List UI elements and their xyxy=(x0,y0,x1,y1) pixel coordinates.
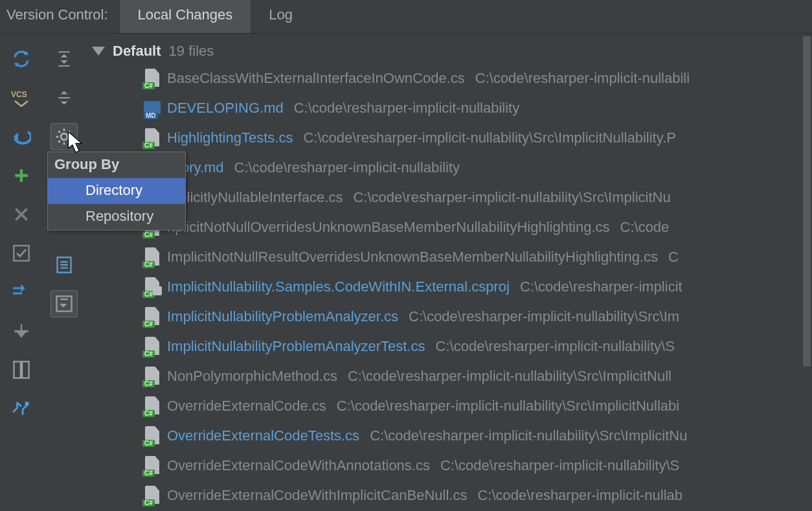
csharp-file-icon: C# xyxy=(144,396,161,416)
version-control-tabs: Version Control: Local Changes Log xyxy=(0,0,812,34)
markdown-file-icon: MD xyxy=(144,98,161,118)
svg-point-5 xyxy=(61,133,67,140)
file-name: OverrideExternalCodeTests.cs xyxy=(167,427,359,444)
file-row[interactable]: C#ImplicitNullability.Samples.CodeWithIN… xyxy=(85,272,812,302)
preview-diff-icon[interactable] xyxy=(51,290,78,317)
csharp-file-icon: C# xyxy=(144,367,161,386)
file-path: C:\code\resharper-implicit-nullability xyxy=(234,159,460,176)
svg-rect-2 xyxy=(14,361,20,378)
file-name: NonPolymorphicMethod.cs xyxy=(167,368,337,385)
popup-item-directory[interactable]: Directory xyxy=(48,178,185,204)
diff-icon[interactable] xyxy=(8,356,35,383)
file-path: C:\code\resharper-implicit-nullability\S… xyxy=(353,189,670,206)
shelve-icon[interactable] xyxy=(8,317,35,345)
file-path: C:\code\resharper-implicit-nullability\S xyxy=(436,338,675,355)
collapse-all-icon[interactable] xyxy=(51,84,78,111)
delete-icon[interactable] xyxy=(8,201,35,228)
toggle-checkbox-icon[interactable] xyxy=(8,240,35,267)
changelist-file-count: 19 files xyxy=(169,43,214,60)
changelist-header[interactable]: Default 19 files xyxy=(85,43,812,60)
file-path: C:\code\resharper-implicit-nullability xyxy=(294,100,519,117)
tab-local-changes[interactable]: Local Changes xyxy=(120,0,251,33)
svg-point-4 xyxy=(25,402,28,405)
vcs-commit-icon[interactable]: VCS xyxy=(8,84,35,111)
file-row[interactable]: MDDEVELOPING.mdC:\code\resharper-implici… xyxy=(85,93,812,123)
file-name: ImplicitNullabilityProblemAnalyzerTest.c… xyxy=(167,338,425,355)
group-by-popup: Group By Directory Repository xyxy=(47,152,186,231)
file-row[interactable]: C#HighlightingTests.csC:\code\resharper-… xyxy=(85,123,812,153)
file-path: C:\code\resharper-implicit-nullabili xyxy=(475,70,690,87)
csharp-file-icon: C# xyxy=(144,247,161,267)
main-area: VCS xyxy=(0,34,812,511)
popup-item-repository[interactable]: Repository xyxy=(48,204,185,230)
file-row[interactable]: C#ImplicitNullabilityProblemAnalyzer.csC… xyxy=(85,302,812,332)
rollback-icon[interactable] xyxy=(8,123,35,150)
file-row[interactable]: C#mplicitlyNullableInterface.csC:\code\r… xyxy=(85,183,812,212)
file-path: C:\code\resharper-implicit-nullability\S… xyxy=(370,427,687,444)
changelist-tree[interactable]: Default 19 files C#BaseClassWithExternal… xyxy=(85,34,812,511)
file-name: OverrideExternalCodeWithImplicitCanBeNul… xyxy=(167,487,467,504)
file-row[interactable]: C#BaseClassWithExternalInterfaceInOwnCod… xyxy=(85,63,812,93)
move-to-changelist-icon[interactable] xyxy=(8,278,35,306)
file-name: ImplicitNullabilityProblemAnalyzer.cs xyxy=(167,308,398,325)
file-row[interactable]: C#ImplicitNullabilityProblemAnalyzerTest… xyxy=(85,332,812,361)
refresh-icon[interactable] xyxy=(8,45,35,73)
csharp-file-icon: C# xyxy=(144,337,161,356)
panel-label: Version Control: xyxy=(0,0,120,33)
toolbar-column-2 xyxy=(43,34,85,511)
file-row[interactable]: C#nplicitNotNullOverridesUnknownBaseMemb… xyxy=(85,212,812,242)
csproj-file-icon: C# xyxy=(144,277,161,297)
file-name: ImplicitNullability.Samples.CodeWithIN.E… xyxy=(167,278,510,295)
vertical-scrollbar[interactable] xyxy=(802,34,812,511)
file-row[interactable]: C#OverrideExternalCodeTests.csC:\code\re… xyxy=(85,421,812,451)
add-icon[interactable] xyxy=(8,162,35,189)
csharp-file-icon: C# xyxy=(144,426,161,446)
file-name: DEVELOPING.md xyxy=(167,100,284,117)
expand-all-icon[interactable] xyxy=(51,45,78,73)
svg-text:VCS: VCS xyxy=(11,90,27,99)
file-path: C:\code\resharper-implicit-nullability\S xyxy=(440,457,679,474)
file-row[interactable]: C#ImplicitNotNullResultOverridesUnknownB… xyxy=(85,242,812,272)
file-name: BaseClassWithExternalInterfaceInOwnCode.… xyxy=(167,70,465,87)
file-name: mplicitlyNullableInterface.cs xyxy=(167,189,343,206)
file-row[interactable]: MDistory.mdC:\code\resharper-implicit-nu… xyxy=(85,153,812,183)
csharp-file-icon: C# xyxy=(144,456,161,475)
csharp-file-icon: C# xyxy=(144,69,161,88)
file-path: C xyxy=(668,249,679,266)
csharp-file-icon: C# xyxy=(144,128,161,148)
file-row[interactable]: C#OverrideExternalCodeWithImplicitCanBeN… xyxy=(85,481,812,510)
svg-rect-3 xyxy=(22,361,28,378)
popup-title: Group By xyxy=(48,152,185,178)
file-row[interactable]: C#NonPolymorphicMethod.csC:\code\resharp… xyxy=(85,361,812,391)
expand-triangle-icon[interactable] xyxy=(92,47,105,56)
file-path: C:\code\resharper-implicit-nullability\S… xyxy=(337,398,679,414)
csharp-file-icon: C# xyxy=(144,486,161,505)
file-path: C:\code\resharper-implicit-nullability\S… xyxy=(348,368,671,385)
file-path: C:\code\resharper-implicit-nullability\S… xyxy=(409,308,679,325)
file-path: C:\code\resharper-implicit xyxy=(520,278,682,295)
details-icon[interactable] xyxy=(51,251,78,278)
file-name: nplicitNotNullOverridesUnknownBaseMember… xyxy=(167,219,610,236)
settings-gear-icon[interactable] xyxy=(51,123,78,150)
toolbar-column-1: VCS xyxy=(0,34,43,511)
file-name: ImplicitNotNullResultOverridesUnknownBas… xyxy=(167,249,658,266)
file-name: HighlightingTests.cs xyxy=(167,130,293,146)
csharp-file-icon: C# xyxy=(144,307,161,326)
file-row[interactable]: C#OverrideExternalCode.csC:\code\resharp… xyxy=(85,391,812,421)
file-row[interactable]: C#OverrideExternalCodeWithAnnotations.cs… xyxy=(85,451,812,481)
file-name: OverrideExternalCode.cs xyxy=(167,398,326,414)
refresh-vcs-icon[interactable] xyxy=(8,395,35,422)
file-path: C:\code\resharper-implicit-nullability\S… xyxy=(303,130,675,146)
tab-log[interactable]: Log xyxy=(251,0,311,33)
file-name: OverrideExternalCodeWithAnnotations.cs xyxy=(167,457,430,474)
scrollbar-thumb[interactable] xyxy=(803,36,811,367)
changelist-name: Default xyxy=(113,43,161,60)
file-path: C:\code xyxy=(620,219,670,236)
file-path: C:\code\resharper-implicit-nullab xyxy=(477,487,682,504)
